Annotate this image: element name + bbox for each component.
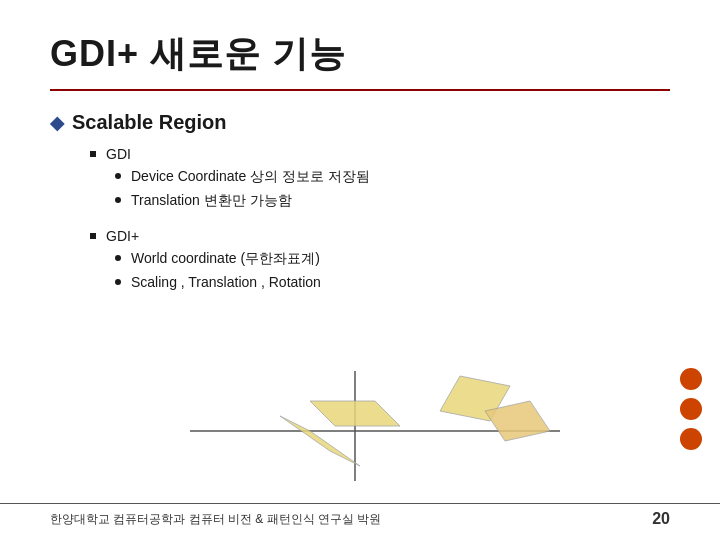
scalable-region-section: ◆ Scalable Region GDI Device Coordinate … (50, 111, 670, 290)
gdip-item-2: Scaling , Translation , Rotation (115, 274, 670, 290)
diamond-icon: ◆ (50, 112, 64, 134)
circle-bullet-3 (115, 255, 121, 261)
circle-bullet-1 (115, 173, 121, 179)
footer-page-number: 20 (652, 510, 670, 528)
section-heading: ◆ Scalable Region (50, 111, 670, 134)
diagram-svg (180, 356, 610, 486)
circle-bullet-4 (115, 279, 121, 285)
footer-left-text: 한양대학교 컴퓨터공학과 컴퓨터 비전 & 패턴인식 연구실 박원 (50, 511, 381, 528)
circle-2 (680, 398, 702, 420)
square-bullet-gdi (90, 151, 96, 157)
gdip-item-1-text: World coordinate (무한좌표계) (131, 250, 320, 268)
gdi-item-2: Translation 변환만 가능함 (115, 192, 670, 210)
circle-3 (680, 428, 702, 450)
gdip-item-1: World coordinate (무한좌표계) (115, 250, 670, 268)
gdip-subsection: GDI+ World coordinate (무한좌표계) Scaling , … (50, 228, 670, 290)
page-title: GDI+ 새로운 기능 (50, 30, 670, 79)
right-circles (680, 368, 702, 450)
title-divider (50, 89, 670, 91)
circle-1 (680, 368, 702, 390)
square-bullet-gdip (90, 233, 96, 239)
gdi-item-2-text: Translation 변환만 가능함 (131, 192, 292, 210)
gdip-label: GDI+ (106, 228, 139, 244)
gdi-item-1: Device Coordinate 상의 정보로 저장됨 (115, 168, 670, 186)
diagram-area (180, 356, 640, 490)
gdi-subsection: GDI Device Coordinate 상의 정보로 저장됨 Transla… (50, 146, 670, 210)
gdip-label-row: GDI+ (90, 228, 670, 244)
slide: GDI+ 새로운 기능 ◆ Scalable Region GDI Device… (0, 0, 720, 540)
gdip-item-2-text: Scaling , Translation , Rotation (131, 274, 321, 290)
gdi-label: GDI (106, 146, 131, 162)
section-title: Scalable Region (72, 111, 227, 134)
gdi-item-1-text: Device Coordinate 상의 정보로 저장됨 (131, 168, 370, 186)
footer: 한양대학교 컴퓨터공학과 컴퓨터 비전 & 패턴인식 연구실 박원 20 (0, 503, 720, 528)
circle-bullet-2 (115, 197, 121, 203)
svg-marker-3 (310, 401, 400, 426)
gdi-label-row: GDI (90, 146, 670, 162)
